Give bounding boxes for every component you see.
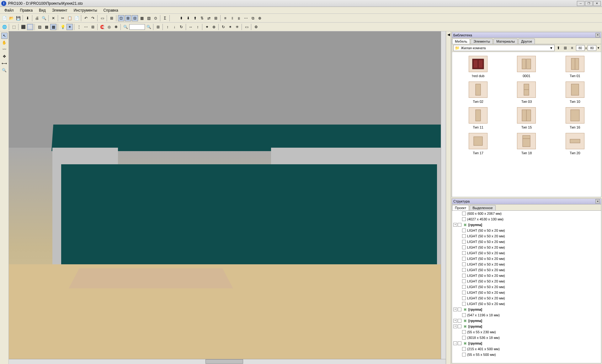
menu-element[interactable]: Элемент <box>49 8 71 13</box>
tree-checkbox[interactable] <box>462 262 466 266</box>
align-2-icon[interactable]: ⬇ <box>185 15 191 21</box>
dist-3-icon[interactable]: ⫼ <box>236 15 242 21</box>
lib-up-icon[interactable]: ⬆ <box>555 45 562 51</box>
gear-icon[interactable]: ⚙ <box>253 24 259 30</box>
tool-line-icon[interactable]: 〰 <box>1 46 8 53</box>
tree-row[interactable]: (215 x 401 x 500 мм) <box>452 346 601 352</box>
flower-icon[interactable]: ❋ <box>113 24 119 30</box>
viewport-scrollbar-h[interactable] <box>9 359 446 364</box>
tree-checkbox[interactable] <box>462 279 466 283</box>
tree-expander-icon[interactable]: + <box>453 319 457 323</box>
open-icon[interactable]: 📂 <box>8 15 14 21</box>
tree-expander-icon[interactable]: + <box>453 324 457 328</box>
select-arrow-icon[interactable]: ↖ <box>1 33 8 39</box>
tree-row[interactable]: (547 x 1196 x 18 мм) <box>452 312 601 318</box>
view-tex2-icon[interactable]: ▩ <box>43 24 50 30</box>
menu-edit[interactable]: Правка <box>17 8 36 13</box>
menu-help[interactable]: Справка <box>100 8 121 13</box>
redo-icon[interactable]: ↷ <box>90 15 96 21</box>
layer-icon[interactable]: ▭ <box>243 24 250 30</box>
rotate-icon[interactable]: ↻ <box>178 24 184 30</box>
dist-2-icon[interactable]: ⫴ <box>229 15 235 21</box>
center-icon[interactable]: ✦ <box>204 24 210 30</box>
tree-checkbox[interactable] <box>462 240 466 244</box>
tree-row[interactable]: LIGHT (50 x 50 x 20 мм) <box>452 250 601 256</box>
tree-row[interactable]: (4027 x 4530 x 100 мм) <box>452 216 601 222</box>
tree-checkbox[interactable] <box>462 347 466 351</box>
view-globe-icon[interactable]: 🌐 <box>1 24 8 30</box>
tree-row[interactable]: +▣[группа] <box>452 318 601 324</box>
minimize-button[interactable]: ─ <box>577 1 584 6</box>
save-icon[interactable]: 💾 <box>15 15 21 21</box>
tree-row[interactable]: (3018 x 536 x 18 мм) <box>452 335 601 340</box>
compass-icon[interactable]: ✳ <box>234 24 240 30</box>
library-item[interactable]: Тип 15 <box>503 106 550 130</box>
tree-row[interactable]: LIGHT (50 x 50 x 20 мм) <box>452 267 601 273</box>
tree-checkbox[interactable] <box>458 319 461 323</box>
tool-zoom-icon[interactable]: 🔍 <box>1 67 8 73</box>
tree-row[interactable]: LIGHT (50 x 50 x 20 мм) <box>452 273 601 278</box>
tree-checkbox[interactable] <box>458 324 461 328</box>
tree-row[interactable]: (55 x 55 x 500 мм) <box>452 352 601 357</box>
view-shaded-icon[interactable]: ⬜ <box>27 24 33 30</box>
tree-checkbox[interactable] <box>462 285 466 289</box>
align-5-icon[interactable]: ⇄ <box>206 15 212 21</box>
grid-dots-icon[interactable]: ⋯ <box>83 24 89 30</box>
tree-checkbox[interactable] <box>462 274 466 277</box>
menu-view[interactable]: Вид <box>36 8 49 13</box>
tab-furniture[interactable]: Мебель <box>452 39 470 44</box>
grid-lines-icon[interactable]: ⋮ <box>76 24 82 30</box>
new-icon[interactable]: 📄 <box>1 15 8 21</box>
tool-dim-icon[interactable]: ⟷ <box>1 60 8 66</box>
grid-grid-icon[interactable]: ⊞ <box>90 24 96 30</box>
menu-tools[interactable]: Инструменты <box>71 8 100 13</box>
thumb-width-input[interactable] <box>576 45 585 51</box>
window-3-icon[interactable]: ⊟ <box>132 15 138 21</box>
view-tex3-icon[interactable]: ▦ <box>50 24 56 30</box>
library-close-icon[interactable]: ✕ <box>595 33 600 37</box>
align-6-icon[interactable]: ⊞ <box>213 15 219 21</box>
window-4-icon[interactable]: ▦ <box>139 15 145 21</box>
tree-checkbox[interactable] <box>462 313 466 317</box>
restore-button[interactable]: ❐ <box>585 1 593 6</box>
print-preview-icon[interactable]: 🔍 <box>41 15 47 21</box>
tree-checkbox[interactable] <box>462 291 466 294</box>
tree-checkbox[interactable] <box>462 229 466 232</box>
library-item[interactable]: Тип 11 <box>455 106 502 130</box>
lib-list-icon[interactable]: ≡ <box>569 45 575 51</box>
tree-checkbox[interactable] <box>462 336 466 340</box>
tree-checkbox[interactable] <box>458 308 461 311</box>
tree-checkbox[interactable] <box>462 257 466 261</box>
tree-checkbox[interactable] <box>462 217 466 221</box>
library-item[interactable]: Тип 03 <box>503 80 550 105</box>
delete-icon[interactable]: ✕ <box>50 15 56 21</box>
tree-checkbox[interactable] <box>458 223 461 227</box>
undo-icon[interactable]: ↶ <box>83 15 89 21</box>
tool-b-icon[interactable]: ⊞ <box>109 15 115 21</box>
library-item[interactable]: Тип 01 <box>551 55 599 79</box>
view-solid-icon[interactable]: ⬛ <box>20 24 26 30</box>
tab-elements[interactable]: Элементы <box>471 39 493 44</box>
tree-checkbox[interactable] <box>458 341 461 345</box>
tree-checkbox[interactable] <box>462 268 466 272</box>
tree-expander-icon[interactable]: + <box>453 223 457 227</box>
center-2-icon[interactable]: ⊕ <box>211 24 217 30</box>
magnet-icon[interactable]: 🧲 <box>99 24 105 30</box>
print-icon[interactable]: 🖨 <box>34 15 40 21</box>
library-item[interactable]: Тип 02 <box>455 80 502 105</box>
tree-expander-icon[interactable]: + <box>453 308 457 311</box>
library-item[interactable]: Тип 18 <box>503 132 550 156</box>
close-button[interactable]: ✕ <box>593 1 601 6</box>
move-down-icon[interactable]: ↓ <box>171 24 178 30</box>
align-4-icon[interactable]: ⇅ <box>199 15 205 21</box>
lib-view-icon[interactable]: ⊞ <box>562 45 568 51</box>
tab-selected[interactable]: Выделенное <box>470 205 495 210</box>
cut-icon[interactable]: ✂ <box>60 15 66 21</box>
move-up-icon[interactable]: ↕ <box>164 24 171 30</box>
align-3-icon[interactable]: ⬆ <box>192 15 198 21</box>
tool-a-icon[interactable]: ▭ <box>99 15 105 21</box>
library-item[interactable]: 0001 <box>503 55 550 79</box>
window-6-icon[interactable]: ⊙ <box>152 15 159 21</box>
zoom-out-icon[interactable]: 🔍 <box>122 24 129 30</box>
tab-project[interactable]: Проект <box>452 205 469 210</box>
